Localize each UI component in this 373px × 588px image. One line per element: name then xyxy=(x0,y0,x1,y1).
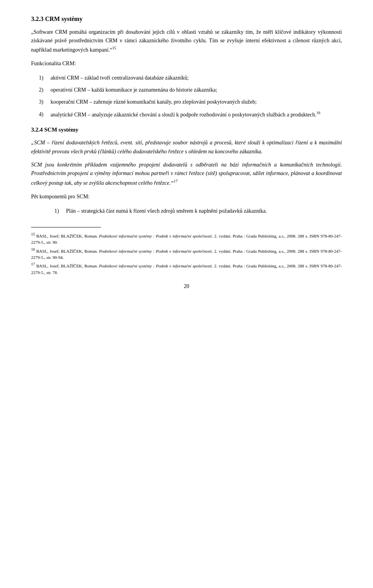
footnote-num-15: 15 xyxy=(31,232,35,236)
footnote-ref-17: 17 xyxy=(174,179,178,183)
list-item: 4) analytické CRM – analyzuje zákaznické… xyxy=(39,110,342,119)
footnote-ref-16: 16 xyxy=(316,111,320,115)
scm-list: 1) Plán – strategická část nutná k řízen… xyxy=(39,206,342,215)
footnote-ref-15: 15 xyxy=(112,46,116,50)
list-text-4: analytické CRM – analyzuje zákaznické ch… xyxy=(51,110,342,119)
list-text-1: aktivní CRM – základ tvoří centralizovan… xyxy=(51,73,342,82)
list-num-2: 2) xyxy=(39,85,51,94)
list-num-1: 1) xyxy=(39,73,51,82)
footnote-17: 17 BASL, Josef; BLAŽÍČEK, Roman. Podniko… xyxy=(31,261,342,276)
list-num-4: 4) xyxy=(39,110,51,119)
list-text-3: kooperační CRM – zahrnuje různé komunika… xyxy=(51,97,342,106)
list-text-2: operativní CRM – každá komunikace je zaz… xyxy=(51,85,342,94)
footnote-17-italic: Podnikové informační systémy : Podnik v … xyxy=(99,264,213,268)
list-item: 1) aktivní CRM – základ tvoří centralizo… xyxy=(39,73,342,82)
footnote-15: 15 BASL, Josef; BLAŽÍČEK, Roman. Podniko… xyxy=(31,231,342,246)
crm-list: 1) aktivní CRM – základ tvoří centralizo… xyxy=(39,73,342,119)
page: 3.2.3 CRM systémy „Software CRM pomáhá o… xyxy=(0,0,373,588)
footnote-num-16: 16 xyxy=(31,247,35,252)
list-num-3: 3) xyxy=(39,97,51,106)
page-number: 20 xyxy=(31,283,342,290)
footnote-16-italic: Podnikové informační systémy : Podnik v … xyxy=(99,248,213,253)
list-item: 3) kooperační CRM – zahrnuje různé komun… xyxy=(39,97,342,106)
footnote-divider xyxy=(31,227,101,227)
footnote-num-17: 17 xyxy=(31,262,35,266)
crm-funkcionalita-heading: Funkcionalita CRM: xyxy=(31,59,342,68)
crm-intro-paragraph: „Software CRM pomáhá organizacím při dos… xyxy=(31,28,342,55)
footnote-15-italic: Podnikové informační systémy : Podnik v … xyxy=(99,234,213,238)
section-scm-heading: 3.2.4 SCM systémy xyxy=(31,127,342,133)
section-crm-heading: 3.2.3 CRM systémy xyxy=(31,16,342,23)
scm-para2-italic: SCM jsou konkrétním příkladem vzájemného… xyxy=(31,161,342,187)
scm-intro-italic: „SCM – řízení dodavatelských řetězců, ev… xyxy=(31,139,342,156)
list-num-scm-1: 1) xyxy=(54,206,66,215)
footnote-16: 16 BASL, Josef; BLAŽÍČEK, Roman. Podniko… xyxy=(31,246,342,261)
scm-components-heading: Pět komponentů pro SCM: xyxy=(31,192,342,201)
list-text-scm-1: Plán – strategická část nutná k řízení v… xyxy=(66,206,342,215)
list-item: 2) operativní CRM – každá komunikace je … xyxy=(39,85,342,94)
list-item: 1) Plán – strategická část nutná k řízen… xyxy=(54,206,342,215)
